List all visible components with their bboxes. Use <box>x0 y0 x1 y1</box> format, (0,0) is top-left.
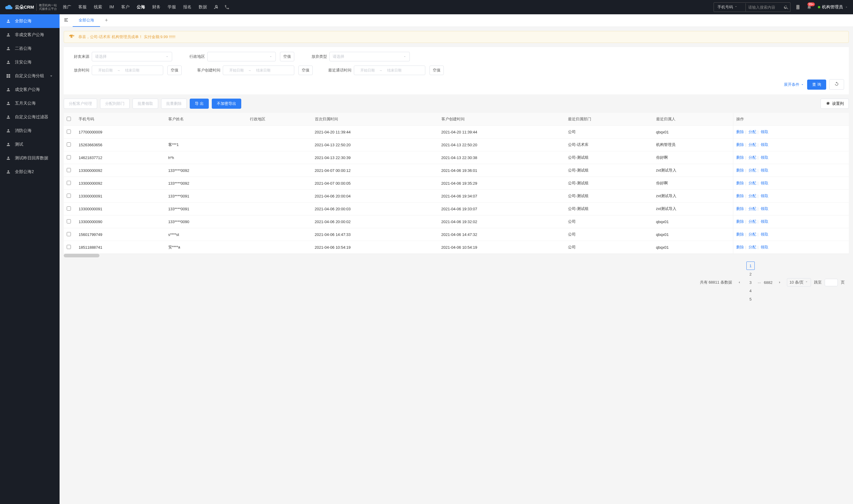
delete-action[interactable]: 删除 <box>736 194 744 198</box>
table-row[interactable]: 14621837712 h*h 2021-04-13 22:30:39 2021… <box>64 151 849 164</box>
row-checkbox[interactable] <box>67 130 71 134</box>
delete-action[interactable]: 删除 <box>736 142 744 147</box>
select-all-checkbox[interactable] <box>67 117 71 121</box>
assign-action[interactable]: 分配 <box>748 194 756 198</box>
create-null-button[interactable]: 空值 <box>298 66 313 75</box>
region-select[interactable] <box>207 52 276 61</box>
region-null-button[interactable]: 空值 <box>280 52 294 61</box>
lastcall-start-date[interactable] <box>357 68 378 72</box>
tab-all-public[interactable]: 全部公海 <box>73 14 100 27</box>
row-checkbox[interactable] <box>67 155 71 159</box>
lastcall-end-date[interactable] <box>384 68 405 72</box>
abandon-null-button[interactable]: 空值 <box>167 66 182 75</box>
nav-item-线索[interactable]: 线索 <box>94 4 102 10</box>
page-number-5[interactable]: 5 <box>746 295 755 303</box>
claim-action[interactable]: 领取 <box>761 155 768 160</box>
set-columns-button[interactable]: 设置列 <box>820 98 849 109</box>
goto-page-input[interactable] <box>825 279 838 286</box>
sidebar-item-五月天公海[interactable]: 五月天公海 <box>0 96 59 110</box>
page-number-4[interactable]: 4 <box>746 287 755 295</box>
abandon-time-range[interactable]: ~ <box>92 66 163 75</box>
nav-item-学服[interactable]: 学服 <box>168 4 176 10</box>
assign-action[interactable]: 分配 <box>748 142 756 147</box>
nav-item-IM[interactable]: IM <box>109 4 114 10</box>
nav-item-财务[interactable]: 财务 <box>152 4 161 10</box>
sidebar-item-全部公海2[interactable]: 全部公海2 <box>0 165 59 179</box>
create-end-date[interactable] <box>253 68 274 72</box>
claim-action[interactable]: 领取 <box>761 130 768 134</box>
assign-action[interactable]: 分配 <box>748 219 756 224</box>
assign-action[interactable]: 分配 <box>748 181 756 185</box>
table-row[interactable]: 13300000090 133****0090 2021-04-06 20:00… <box>64 215 849 228</box>
claim-action[interactable]: 领取 <box>761 206 768 211</box>
sidebar-item-注安公海[interactable]: 注安公海 <box>0 55 59 69</box>
abandon-start-date[interactable] <box>95 68 116 72</box>
page-number-3[interactable]: 3 <box>746 278 755 287</box>
sidebar-item-全部公海[interactable]: 全部公海 <box>0 14 59 28</box>
expand-filters-button[interactable]: 展开条件 <box>784 82 804 87</box>
refresh-button[interactable] <box>829 79 844 90</box>
query-button[interactable]: 查 询 <box>807 79 826 90</box>
sidebar-item-二咨公海[interactable]: 二咨公海 <box>0 42 59 55</box>
export-button[interactable]: 导 出 <box>190 98 209 109</box>
sidebar-item-成交客户公海[interactable]: 成交客户公海 <box>0 83 59 96</box>
last-call-range[interactable]: ~ <box>354 66 425 75</box>
abandon-type-select[interactable]: 请选择 <box>329 52 410 61</box>
sidebar-item-非成交客户公海[interactable]: 非成交客户公海 <box>0 28 59 42</box>
search-type-select[interactable]: 手机号码 <box>715 3 743 12</box>
abandon-end-date[interactable] <box>122 68 143 72</box>
table-row[interactable]: 18511888741 安****a 2021-04-06 10:54:19 2… <box>64 241 849 254</box>
claim-action[interactable]: 领取 <box>761 168 768 173</box>
add-tab-button[interactable]: + <box>100 17 113 23</box>
nav-item-报名[interactable]: 报名 <box>183 4 192 10</box>
row-checkbox[interactable] <box>67 206 71 211</box>
logo[interactable]: 云朵CRM 教育机构一站 式服务云平台 <box>5 4 57 11</box>
assign-action[interactable]: 分配 <box>748 155 756 160</box>
nav-item-客户[interactable]: 客户 <box>121 4 130 10</box>
table-row[interactable]: 13300000092 133****0092 2021-04-07 00:00… <box>64 164 849 177</box>
last-page-button[interactable]: 6882 <box>764 278 773 287</box>
nav-item-数据[interactable]: 数据 <box>199 4 207 10</box>
delete-action[interactable]: 删除 <box>736 245 744 249</box>
batch-claim-button[interactable]: 批量领取 <box>132 98 158 109</box>
scrollbar-thumb[interactable] <box>64 254 99 257</box>
lastcall-null-button[interactable]: 空值 <box>430 66 444 75</box>
delete-action[interactable]: 删除 <box>736 232 744 236</box>
search-icon[interactable] <box>784 4 789 10</box>
assign-dept-button[interactable]: 分配到部门 <box>100 98 130 109</box>
table-row[interactable]: 17700000009 2021-04-20 11:39:44 2021-04-… <box>64 126 849 139</box>
assign-action[interactable]: 分配 <box>748 245 756 249</box>
mobile-icon[interactable] <box>795 4 801 10</box>
row-checkbox[interactable] <box>67 219 71 223</box>
table-row[interactable]: 13300000091 133****0091 2021-04-06 20:00… <box>64 190 849 202</box>
delete-action[interactable]: 删除 <box>736 206 744 211</box>
page-number-1[interactable]: 1 <box>746 262 755 270</box>
notification-bell[interactable]: 99+ <box>806 4 812 11</box>
assign-manager-button[interactable]: 分配客户经理 <box>64 98 97 109</box>
delete-action[interactable]: 删除 <box>736 155 744 160</box>
assign-action[interactable]: 分配 <box>748 232 756 236</box>
page-size-select[interactable]: 10 条/页 <box>787 278 811 287</box>
table-row[interactable]: 13300000091 133****0091 2021-04-06 20:00… <box>64 202 849 215</box>
row-checkbox[interactable] <box>67 245 71 249</box>
claim-action[interactable]: 领取 <box>761 194 768 198</box>
page-number-2[interactable]: 2 <box>746 270 755 278</box>
claim-action[interactable]: 领取 <box>761 181 768 185</box>
assign-action[interactable]: 分配 <box>748 130 756 134</box>
create-start-date[interactable] <box>226 68 247 72</box>
row-checkbox[interactable] <box>67 232 71 236</box>
horizontal-scrollbar[interactable] <box>64 254 849 257</box>
row-checkbox[interactable] <box>67 142 71 147</box>
sidebar-item-消防公海[interactable]: 消防公海 <box>0 124 59 138</box>
claim-action[interactable]: 领取 <box>761 245 768 249</box>
prev-page-button[interactable] <box>735 278 743 287</box>
sidebar-item-测试昨日回库数据[interactable]: 测试昨日回库数据 <box>0 151 59 165</box>
row-checkbox[interactable] <box>67 168 71 172</box>
table-row[interactable]: 15263663656 客***1 2021-04-13 22:50:20 20… <box>64 139 849 151</box>
collapse-sidebar-button[interactable] <box>59 18 73 23</box>
table-row[interactable]: 13300000092 133****0092 2021-04-07 00:00… <box>64 177 849 190</box>
next-page-button[interactable] <box>776 278 784 287</box>
sidebar-item-自定义公海分组[interactable]: 自定义公海分组 <box>0 69 59 83</box>
claim-action[interactable]: 领取 <box>761 219 768 224</box>
create-time-range[interactable]: ~ <box>223 66 294 75</box>
